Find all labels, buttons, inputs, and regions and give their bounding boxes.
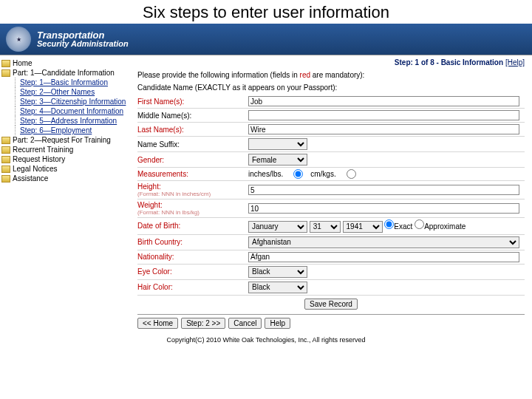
suffix-label: Name Suffix:	[137, 140, 248, 149]
weight-hint: (Format: NNN in lbs/kg)	[137, 209, 248, 216]
height-input[interactable]	[248, 185, 519, 195]
help-button[interactable]: Help	[265, 318, 290, 329]
folder-icon	[1, 175, 10, 183]
nav-part1-label: Part: 1—Candidate Information	[13, 69, 115, 77]
measurements-label: Measurements:	[137, 170, 248, 178]
nav-history-label: Request History	[13, 155, 65, 163]
measure-inches-radio[interactable]	[293, 169, 303, 179]
intro-text: Please provide the following information…	[137, 71, 525, 79]
height-label: Height:(Format: NNN in inches/cm)	[137, 183, 248, 197]
folder-icon	[1, 166, 10, 173]
dob-year-select[interactable]: 1941	[343, 221, 383, 233]
step-title: Step: 1 of 8 - Basic Information	[395, 58, 503, 66]
save-button[interactable]: Save Record	[304, 299, 358, 310]
nav-step5[interactable]: Step: 5—Address Information	[15, 116, 132, 126]
nav-part1[interactable]: Part: 1—Candidate Information	[1, 68, 132, 78]
agency-seal-icon: ★	[6, 27, 31, 52]
nav-home[interactable]: Home	[1, 58, 132, 68]
nationality-input[interactable]	[248, 252, 519, 262]
dob-exact-label: Exact	[394, 222, 412, 231]
nav-part2-label: Part: 2—Request For Training	[13, 136, 111, 144]
dob-approx-radio[interactable]	[415, 219, 424, 229]
nav-legal[interactable]: Legal Notices	[1, 164, 132, 174]
nav-recurrent[interactable]: Recurrent Training	[1, 145, 132, 154]
nav-part2[interactable]: Part: 2—Request For Training	[1, 135, 132, 145]
birth-country-select[interactable]: Afghanistan	[248, 236, 519, 248]
nav-step4[interactable]: Step: 4—Document Information	[15, 106, 132, 116]
nav-recurrent-label: Recurrent Training	[13, 146, 73, 154]
weight-input[interactable]	[248, 203, 519, 214]
sidebar: Home Part: 1—Candidate Information Step:…	[0, 55, 133, 332]
measure-opt2-label: cm/kgs.	[310, 170, 335, 178]
height-hint: (Format: NNN in inches/cm)	[137, 191, 248, 197]
middle-name-label: Middle Name(s):	[137, 112, 248, 120]
middle-name-input[interactable]	[248, 110, 519, 120]
copyright: Copyright(C) 2010 White Oak Technologies…	[0, 332, 532, 345]
intro-red: red	[300, 71, 310, 79]
dob-month-select[interactable]: January	[248, 221, 307, 233]
first-name-input[interactable]	[248, 96, 519, 106]
nav-legal-label: Legal Notices	[13, 165, 58, 173]
nav-buttons: << Home Step: 2 >> Cancel Help	[137, 315, 525, 332]
dob-day-select[interactable]: 31	[310, 221, 341, 233]
intro-post: are mandatory):	[310, 71, 364, 79]
banner-line3: Administration	[71, 39, 129, 48]
folder-icon	[1, 156, 10, 163]
folder-icon	[1, 69, 10, 77]
nav-home-label: Home	[13, 59, 33, 67]
main-panel: Step: 1 of 8 - Basic Information [Help] …	[133, 55, 532, 332]
measure-opt1-label: inches/lbs.	[248, 170, 283, 178]
folder-icon	[1, 137, 10, 144]
folder-icon	[1, 146, 10, 154]
hair-color-label: Hair Color:	[137, 283, 248, 291]
home-button[interactable]: << Home	[137, 318, 178, 329]
slide-title: Six steps to enter user information	[0, 0, 532, 24]
folder-icon	[1, 60, 10, 67]
gender-label: Gender:	[137, 156, 248, 164]
nav-step2[interactable]: Step: 2—Other Names	[15, 87, 132, 97]
banner-line2: Security	[37, 39, 69, 48]
weight-label: Weight:(Format: NNN in lbs/kg)	[137, 201, 248, 216]
cancel-button[interactable]: Cancel	[228, 318, 262, 329]
nav-assistance-label: Assistance	[13, 174, 48, 183]
nav-step6[interactable]: Step: 6—Employment	[15, 126, 132, 135]
gender-select[interactable]: Female	[248, 154, 307, 166]
help-link[interactable]: [Help]	[505, 58, 525, 66]
dob-approx-label: Approximate	[424, 222, 466, 231]
hair-color-select[interactable]: Black	[248, 282, 307, 293]
nav-history[interactable]: Request History	[1, 154, 132, 164]
dob-exact-radio[interactable]	[384, 219, 394, 229]
next-step-button[interactable]: Step: 2 >>	[181, 318, 225, 329]
nationality-label: Nationality:	[137, 253, 248, 261]
nav-step1[interactable]: Step: 1—Basic Information	[15, 78, 132, 87]
banner-text: Transportation Security Administration	[37, 30, 129, 48]
nav-step3[interactable]: Step: 3—Citizenship Information	[15, 97, 132, 106]
suffix-select[interactable]	[248, 138, 307, 150]
eye-color-select[interactable]: Black	[248, 266, 307, 278]
last-name-label: Last Name(s):	[137, 126, 248, 134]
dob-label: Date of Birth:	[137, 222, 248, 230]
eye-color-label: Eye Color:	[137, 267, 248, 276]
measure-cm-radio[interactable]	[347, 169, 356, 179]
intro-pre: Please provide the following information…	[137, 71, 300, 79]
birth-country-label: Birth Country:	[137, 238, 248, 246]
header-banner: ★ Transportation Security Administration	[0, 24, 532, 55]
step-header: Step: 1 of 8 - Basic Information [Help]	[137, 58, 525, 66]
first-name-label: First Name(s):	[137, 98, 248, 106]
last-name-input[interactable]	[248, 124, 519, 134]
nav-assistance[interactable]: Assistance	[1, 174, 132, 183]
section-label: Candidate Name (EXACTLY as it appears on…	[137, 83, 525, 92]
